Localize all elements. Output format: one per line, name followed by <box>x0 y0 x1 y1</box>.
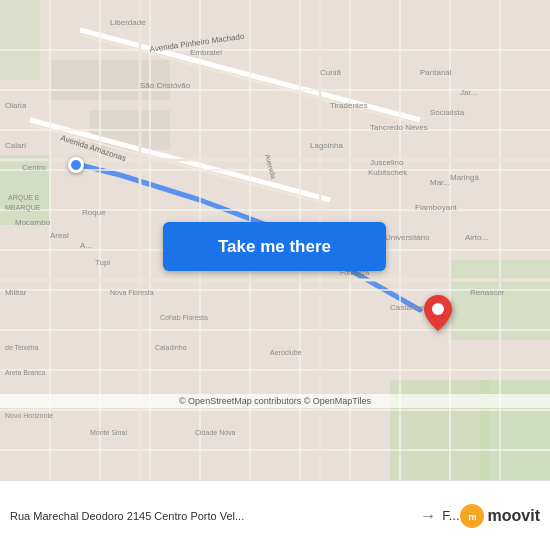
arrow-icon: → <box>420 507 436 525</box>
svg-text:Flamboyant: Flamboyant <box>415 203 458 212</box>
origin-text: Rua Marechal Deodoro 2145 Centro Porto V… <box>10 510 414 522</box>
map-attribution: © OpenStreetMap contributors © OpenMapTi… <box>0 394 550 408</box>
svg-text:Jar...: Jar... <box>460 88 477 97</box>
svg-text:Olaria: Olaria <box>5 101 27 110</box>
svg-text:Areal: Areal <box>50 231 69 240</box>
svg-text:Universitário: Universitário <box>385 233 430 242</box>
svg-text:São Cristóvão: São Cristóvão <box>140 81 191 90</box>
svg-text:Maringá: Maringá <box>450 173 479 182</box>
svg-text:Militar: Militar <box>5 288 27 297</box>
bottom-bar: Rua Marechal Deodoro 2145 Centro Porto V… <box>0 480 550 550</box>
svg-text:Nova Floresta: Nova Floresta <box>110 289 154 296</box>
svg-text:Airto...: Airto... <box>465 233 488 242</box>
destination-text: F... <box>442 508 459 523</box>
svg-text:Cuniã: Cuniã <box>320 68 341 77</box>
svg-text:A...: A... <box>80 241 92 250</box>
svg-text:m: m <box>468 511 476 521</box>
svg-text:Roque: Roque <box>82 208 106 217</box>
moovit-icon: m <box>460 504 484 528</box>
svg-text:Cidade Nova: Cidade Nova <box>195 429 236 436</box>
svg-text:Aeroclube: Aeroclube <box>270 349 302 356</box>
svg-text:Kubitschek: Kubitschek <box>368 168 408 177</box>
svg-text:Embratel: Embratel <box>190 48 222 57</box>
destination-marker <box>424 295 452 335</box>
svg-text:de Teixeira: de Teixeira <box>5 344 39 351</box>
svg-point-81 <box>432 303 444 315</box>
svg-text:Tancredo Neves: Tancredo Neves <box>370 123 428 132</box>
svg-rect-6 <box>50 60 170 100</box>
svg-text:Areia Branca: Areia Branca <box>5 369 46 376</box>
svg-text:ARQUE E: ARQUE E <box>8 194 40 202</box>
svg-text:Lagoinha: Lagoinha <box>310 141 343 150</box>
svg-text:Pantanal: Pantanal <box>420 68 452 77</box>
svg-text:Liberdade: Liberdade <box>110 18 146 27</box>
svg-text:Monte Sinai: Monte Sinai <box>90 429 127 436</box>
svg-text:Renascer: Renascer <box>470 288 505 297</box>
svg-text:Calarí: Calarí <box>5 141 27 150</box>
route-info: Rua Marechal Deodoro 2145 Centro Porto V… <box>10 507 460 525</box>
svg-text:Novo Horizonte: Novo Horizonte <box>5 412 53 419</box>
moovit-name: moovit <box>488 507 540 525</box>
moovit-logo: m moovit <box>460 504 540 528</box>
svg-text:Mar...: Mar... <box>430 178 450 187</box>
svg-text:Tiradentes: Tiradentes <box>330 101 368 110</box>
svg-text:Caladinho: Caladinho <box>155 344 187 351</box>
svg-text:Centro: Centro <box>22 163 47 172</box>
svg-rect-2 <box>0 0 40 80</box>
svg-text:Cohab Floresta: Cohab Floresta <box>160 314 208 321</box>
take-me-there-button[interactable]: Take me there <box>163 222 386 271</box>
svg-text:Juscelino: Juscelino <box>370 158 404 167</box>
svg-text:MBARQUE: MBARQUE <box>5 204 41 212</box>
map-container[interactable]: Avenida Pinheiro Machado Avenida Amazona… <box>0 0 550 480</box>
svg-text:Tupi: Tupi <box>95 258 110 267</box>
origin-marker <box>68 157 84 173</box>
svg-text:Socialista: Socialista <box>430 108 465 117</box>
svg-text:Mocambo: Mocambo <box>15 218 51 227</box>
